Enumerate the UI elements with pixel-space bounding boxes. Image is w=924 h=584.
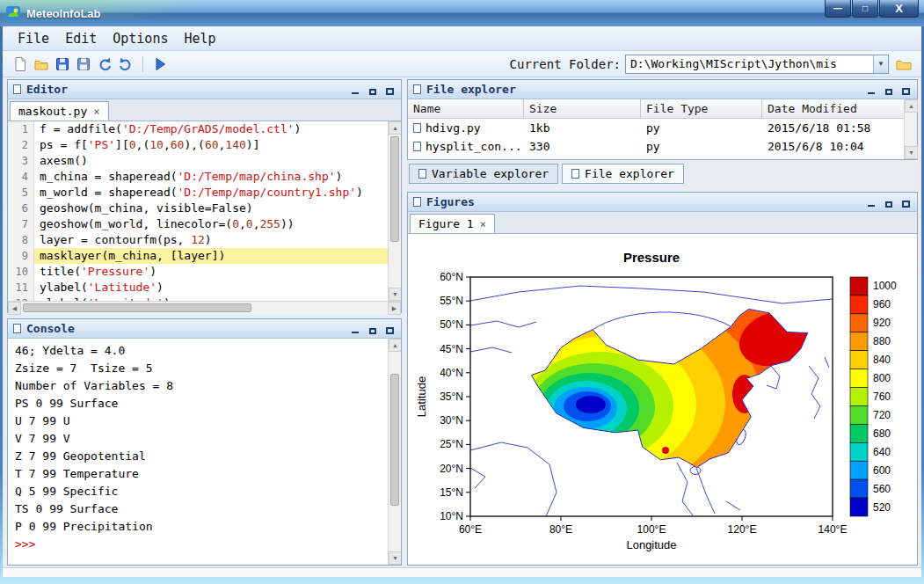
chevron-down-icon[interactable]: ▼	[873, 55, 888, 73]
code-text[interactable]: ps = f['PS'][0,(10,60),(60,140)]	[34, 137, 388, 153]
scroll-left-icon[interactable]: ◀	[8, 302, 21, 315]
panel-float-icon[interactable]	[883, 197, 894, 208]
column-header-file-type[interactable]: File Type	[641, 99, 762, 118]
console-line: TS 0 99 Surface	[15, 500, 388, 518]
figures-panel-titlebar[interactable]: Figures	[408, 193, 917, 212]
figures-tabstrip: Figure 1 ×	[408, 212, 917, 234]
panel-float-icon[interactable]	[367, 84, 378, 95]
panel-maximize-icon[interactable]	[384, 84, 396, 95]
code-line[interactable]: 6geoshow(m_china, visible=False)	[8, 201, 388, 216]
code-line[interactable]: 9masklayer(m_china, [layer])	[8, 248, 388, 264]
code-line[interactable]: 11ylabel('Latitude')	[8, 280, 388, 296]
code-line[interactable]: 3axesm()	[8, 153, 388, 169]
column-header-size[interactable]: Size	[524, 99, 641, 118]
code-text[interactable]: ylabel('Latitude')	[34, 280, 388, 296]
scroll-down-icon[interactable]: ▼	[905, 146, 918, 159]
console-panel-titlebar[interactable]: Console	[8, 319, 401, 339]
column-header-date-modified[interactable]: Date Modified	[762, 99, 917, 118]
scrollbar-thumb[interactable]	[23, 303, 251, 312]
menu-options[interactable]: Options	[105, 29, 176, 48]
panel-float-icon[interactable]	[883, 84, 894, 95]
y-tick-label: 35°N	[440, 391, 463, 403]
console-line: PS 0 99 Surface	[15, 395, 388, 412]
new-file-button[interactable]	[10, 54, 31, 75]
scroll-down-icon[interactable]: ▼	[389, 288, 401, 301]
redo-icon[interactable]	[115, 54, 136, 75]
code-text[interactable]: f = addfile('D:/Temp/GrADS/model.ctl')	[34, 121, 388, 137]
current-folder-value: D:\Working\MIScript\Jython\mis	[626, 57, 873, 70]
column-header-name[interactable]: Name	[408, 99, 524, 118]
code-text[interactable]: layer = contourfm(ps, 12)	[34, 232, 388, 248]
code-editor[interactable]: 1f = addfile('D:/Temp/GrADS/model.ctl')2…	[8, 121, 388, 301]
close-tab-icon[interactable]: ×	[480, 219, 486, 230]
close-tab-icon[interactable]: ×	[93, 106, 99, 117]
panel-minimize-icon[interactable]	[865, 197, 877, 208]
scroll-up-icon[interactable]: ▲	[389, 339, 401, 352]
figure-canvas[interactable]: Pressure Longitude Latitude 60°E80°E100°…	[408, 234, 917, 565]
panel-minimize-icon[interactable]	[349, 324, 360, 334]
file-table-body: hdivg.py1kbpy2015/6/18 01:58hysplit_con.…	[408, 119, 917, 156]
code-line[interactable]: 4m_china = shaperead('D:/Temp/map/china.…	[8, 169, 388, 185]
tab-file-explorer[interactable]: File explorer	[562, 164, 684, 184]
panel-maximize-icon[interactable]	[900, 197, 912, 208]
code-text[interactable]: geoshow(m_world, linecolor=(0,0,255))	[34, 216, 388, 232]
console-vertical-scrollbar[interactable]: ▲ ▼	[388, 339, 401, 565]
code-line[interactable]: 5m_world = shaperead('D:/Temp/map/countr…	[8, 185, 388, 201]
file-explorer-titlebar[interactable]: File explorer	[408, 80, 917, 99]
tab-variable-explorer[interactable]: Variable explorer	[409, 164, 558, 184]
editor-horizontal-scrollbar[interactable]: ◀ ▶	[8, 301, 401, 314]
code-text[interactable]: masklayer(m_china, [layer])	[34, 248, 388, 264]
code-line[interactable]: 8layer = contourfm(ps, 12)	[8, 232, 388, 248]
tab-figure-1[interactable]: Figure 1 ×	[410, 214, 495, 233]
code-line[interactable]: 1f = addfile('D:/Temp/GrADS/model.ctl')	[8, 121, 388, 137]
window-maximize-button[interactable]: □	[852, 0, 878, 18]
file-row[interactable]: hdivg.py1kbpy2015/6/18 01:58	[408, 119, 917, 137]
run-script-button[interactable]	[149, 54, 171, 75]
file-row[interactable]: hysplit_con...330py2015/6/8 10:04	[408, 137, 917, 156]
scroll-right-icon[interactable]: ▶	[388, 302, 401, 315]
browse-folder-button[interactable]	[893, 54, 914, 75]
code-line[interactable]: 2ps = f['PS'][0,(10,60),(60,140)]	[8, 137, 388, 153]
open-folder-button[interactable]	[31, 54, 52, 75]
code-text[interactable]: m_china = shaperead('D:/Temp/map/china.s…	[34, 169, 388, 185]
document-icon	[571, 169, 579, 179]
scrollbar-thumb[interactable]	[390, 136, 399, 242]
panel-maximize-icon[interactable]	[384, 324, 396, 334]
editor-panel-titlebar[interactable]: Editor	[8, 80, 401, 99]
file-table-scrollbar[interactable]: ▲ ▼	[904, 99, 917, 159]
scroll-up-icon[interactable]: ▲	[905, 99, 918, 113]
menu-file[interactable]: File	[10, 29, 57, 48]
editor-vertical-scrollbar[interactable]: ▲ ▼	[388, 121, 401, 301]
window-minimize-button[interactable]: —	[825, 0, 851, 18]
scroll-down-icon[interactable]: ▼	[389, 551, 401, 565]
panel-minimize-icon[interactable]	[865, 84, 877, 95]
code-line[interactable]: 7geoshow(m_world, linecolor=(0,0,255))	[8, 216, 388, 232]
panel-maximize-icon[interactable]	[900, 84, 912, 95]
console-line: Z 7 99 Geopotential	[15, 448, 388, 465]
menu-help[interactable]: Help	[176, 29, 223, 48]
console-line: Q 5 99 Specific	[15, 483, 388, 500]
scroll-up-icon[interactable]: ▲	[389, 121, 401, 135]
code-text[interactable]: m_world = shaperead('D:/Temp/map/country…	[34, 185, 388, 201]
code-text[interactable]: axesm()	[34, 153, 388, 169]
code-line[interactable]: 10title('Pressure')	[8, 264, 388, 280]
panel-float-icon[interactable]	[367, 324, 378, 334]
colorbar-label: 640	[873, 446, 891, 458]
window-controls: — □ X	[825, 0, 919, 18]
console-panel-title: Console	[26, 322, 75, 335]
undo-icon[interactable]	[94, 54, 115, 75]
save-all-button[interactable]	[73, 54, 94, 75]
tab-maskout-py[interactable]: maskout.py ×	[10, 101, 109, 120]
code-text[interactable]: title('Pressure')	[34, 264, 388, 280]
save-button[interactable]	[52, 54, 73, 75]
console-panel: Console 46; Ydelta = 4.0Zsize = 7 Tsize …	[7, 318, 402, 566]
titlebar[interactable]: MeteoInfoLab — □ X	[0, 0, 924, 26]
window-close-button[interactable]: X	[879, 0, 919, 18]
console-body[interactable]: 46; Ydelta = 4.0Zsize = 7 Tsize = 5Numbe…	[8, 339, 401, 565]
menu-edit[interactable]: Edit	[57, 29, 105, 48]
console-prompt[interactable]: >>>	[15, 536, 388, 553]
current-folder-combobox[interactable]: D:\Working\MIScript\Jython\mis ▼	[625, 55, 889, 74]
code-text[interactable]: geoshow(m_china, visible=False)	[34, 201, 388, 216]
scrollbar-thumb[interactable]	[390, 374, 399, 506]
panel-minimize-icon[interactable]	[349, 84, 360, 95]
